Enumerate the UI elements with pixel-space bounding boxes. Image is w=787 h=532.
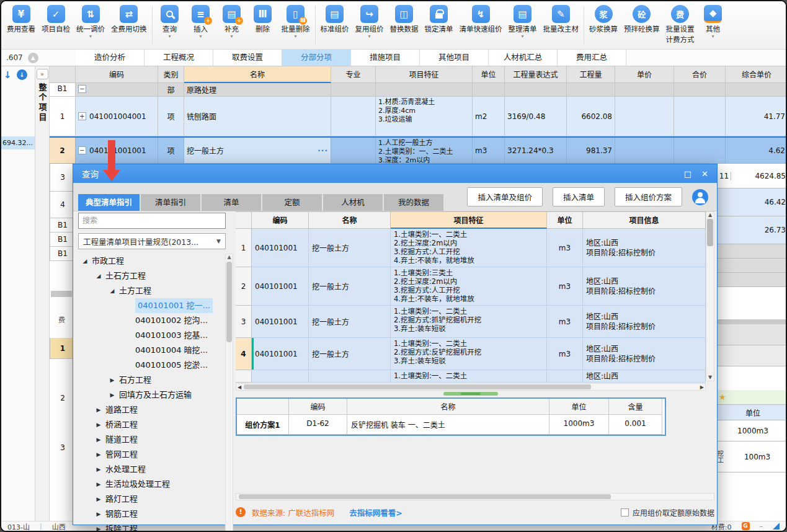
toolbar-organize-list[interactable]: ▤整理清单▾ <box>505 4 540 40</box>
horizontal-scrollbar[interactable] <box>718 319 787 324</box>
collapse-node-icon[interactable]: − <box>78 146 86 154</box>
query-row[interactable]: 2 040101001 挖一般土方 1.土壤类别:三类土2.挖土深度:2m以内3… <box>236 267 706 306</box>
toolbar-cost-view[interactable]: ¥费用查看 <box>4 4 38 40</box>
collapse-up-icon[interactable]: ▲ <box>28 53 38 63</box>
tree-scrollbar[interactable]: ▲▼ <box>225 254 233 532</box>
horizontal-scrollbar[interactable] <box>51 291 72 297</box>
user-avatar-icon[interactable] <box>692 189 708 205</box>
col-category[interactable]: 类别 <box>158 66 184 83</box>
tree-node[interactable]: 040101003 挖基... <box>78 328 233 343</box>
index-site-link[interactable]: 去指标网看看> <box>349 507 402 518</box>
toolbar-search[interactable]: 查询▾ <box>154 4 185 40</box>
toolbar-replace-data[interactable]: ◫替换数据 <box>387 4 422 40</box>
toolbar-unified-price[interactable]: ⇅统一调价▾ <box>73 4 108 40</box>
col-qty-expr[interactable]: 工程量表达式 <box>505 66 567 83</box>
tab-project-overview[interactable]: 工程概况 <box>145 50 213 66</box>
col-comp-price[interactable]: 综合单价 <box>726 66 787 83</box>
col-total-price[interactable]: 合价 <box>674 66 726 83</box>
col-code[interactable]: 编码 <box>76 66 158 83</box>
dropdown-arrow-icon[interactable]: ▾ <box>230 33 233 39</box>
toolbar-full-cost-switch[interactable]: ⇄全费用切换 <box>108 4 150 40</box>
qcol-unit[interactable]: 单位 <box>547 211 583 229</box>
query-table-vscrollbar[interactable]: ▲▼ <box>706 211 714 381</box>
expand-panel-button[interactable]: » <box>37 69 48 79</box>
insert-list-button[interactable]: 插入清单 <box>553 187 605 206</box>
tree-node[interactable]: ▶钢筋工程 <box>78 507 233 521</box>
col-major[interactable]: 专业 <box>331 66 376 83</box>
tree-node[interactable]: ▶水处理工程 <box>78 462 233 477</box>
col-name[interactable]: 名称 <box>184 66 331 83</box>
dropdown-arrow-icon[interactable]: ▾ <box>168 33 171 39</box>
toolbar-fee-mode[interactable]: 费批量设置计费方式 <box>663 4 698 45</box>
col-features[interactable]: 项目特征 <box>376 66 473 83</box>
tab-cost-analysis[interactable]: 造价分析 <box>76 50 145 66</box>
qcol-info[interactable]: 项目信息 <box>583 211 706 229</box>
toolbar-standard-pricing[interactable]: ▤标准组价 <box>318 4 352 40</box>
dropdown-arrow-icon[interactable]: ▾ <box>199 33 202 39</box>
tree-node[interactable]: ▶管网工程 <box>78 447 233 462</box>
search-input[interactable] <box>78 213 226 229</box>
toolbar-lock-list[interactable]: 锁定清单 <box>422 4 456 40</box>
dropdown-arrow-icon[interactable]: ▾ <box>294 33 296 39</box>
splitter-drag-handle[interactable] <box>236 392 706 396</box>
query-row[interactable]: 1 040101001 挖一般土方 1.土壤类别:一、二类土2.挖土深度:2m以… <box>236 229 706 267</box>
toolbar-batch-delete[interactable]: ▯Ⅲ批量删除▾ <box>278 4 313 40</box>
tab-labor-material[interactable]: 人材机 <box>323 194 383 211</box>
table-row[interactable]: 1 +041001004001 项 铣刨路面 1.材质:沥青混凝土2.厚度:4c… <box>50 97 787 136</box>
tab-list[interactable]: 清单 <box>202 194 261 211</box>
tree-node[interactable]: ▶桥涵工程 <box>78 417 233 432</box>
tab-typical-list-guide[interactable]: 典型清单指引 <box>78 194 140 211</box>
tab-cost-summary[interactable]: 费用汇总 <box>558 50 626 66</box>
toolbar-concrete-convert[interactable]: 砼预拌砼换算 <box>621 4 663 40</box>
query-row[interactable]: 3 040101001 挖一般土方 1.土壤类别:一、二类土2.挖掘方式:抓铲挖… <box>236 306 706 338</box>
tree-node-selected[interactable]: 040101001 挖一... <box>78 298 233 313</box>
tree-node[interactable]: 040101005 挖淤... <box>78 358 233 373</box>
scheme-row[interactable]: 组价方案1 D1-62 反铲挖掘机 装车 一、二类土 1000m3 0.001 <box>237 415 665 435</box>
toolbar-batch-edit-material[interactable]: ✎批量改主材 <box>540 4 582 40</box>
tree-node[interactable]: ◢土方工程 <box>78 283 233 298</box>
dropdown-arrow-icon[interactable]: ▾ <box>368 33 370 39</box>
toolbar-insert[interactable]: ≡+插入▾ <box>185 4 216 40</box>
tree-node[interactable]: ◢土石方工程 <box>78 268 233 283</box>
dropdown-arrow-icon[interactable]: ▾ <box>89 33 92 39</box>
dialog-titlebar[interactable]: 查询 □ ✕ <box>73 164 717 183</box>
download-icon[interactable]: ↓ <box>17 69 27 80</box>
expand-node-icon[interactable]: + <box>78 112 86 120</box>
tab-other-items[interactable]: 其他项目 <box>420 50 489 66</box>
toolbar-other[interactable]: ◆其他▾ <box>698 4 729 40</box>
collapse-node-icon[interactable]: − <box>78 85 86 93</box>
amount-list-item[interactable]: 694.32... <box>1 136 35 149</box>
tab-quota[interactable]: 定额 <box>262 194 322 211</box>
tree-node[interactable]: ▶道路工程 <box>78 402 233 417</box>
tree-node[interactable]: ▶石方工程 <box>78 373 233 388</box>
whole-project-label[interactable]: 整个项目 <box>37 83 48 123</box>
tree-node[interactable]: ▶路灯工程 <box>78 492 233 507</box>
toolbar-project-check[interactable]: ✓项目自检 <box>38 4 73 40</box>
toolbar-mortar-convert[interactable]: 浆砂浆换算 <box>586 4 621 40</box>
table-row[interactable]: B1 − 部 原路处理 <box>50 83 787 97</box>
tab-subsection-items[interactable]: 分部分项 <box>282 50 351 66</box>
tab-list-guide[interactable]: 清单指引 <box>141 194 200 211</box>
standard-select[interactable]: 工程量清单项目计量规范(2013... ▼ <box>78 233 226 249</box>
close-icon[interactable]: ✕ <box>701 169 708 179</box>
query-row-selected[interactable]: 4 040101001 挖一般土方 1.土壤类别:一、二类土2.挖掘方式:反铲挖… <box>236 338 706 370</box>
qcol-name[interactable]: 名称 <box>309 211 391 229</box>
col-qty[interactable]: 工程量 <box>567 66 615 83</box>
tab-my-data[interactable]: 我的数据 <box>384 194 443 211</box>
dropdown-arrow-icon[interactable]: ▾ <box>711 33 714 39</box>
insert-list-and-pricing-button[interactable]: 插入清单及组价 <box>467 187 543 206</box>
toolbar-delete[interactable]: Ⅲ删除 <box>247 4 278 40</box>
maximize-icon[interactable]: □ <box>684 169 691 179</box>
toolbar-reuse-pricing[interactable]: ↪复用组价▾ <box>352 4 387 40</box>
apply-original-quota-checkbox[interactable] <box>621 508 629 516</box>
down-arrow-icon[interactable]: ↓ <box>4 69 12 81</box>
tree-node[interactable]: ▶隧道工程 <box>78 432 233 447</box>
query-table-hscrollbar[interactable]: ◀ ▶ <box>236 383 706 391</box>
table-row-selected[interactable]: 2 −040101001001 项 挖一般土方··· 1.人工挖一般土方2.土壤… <box>50 136 787 165</box>
tree-node[interactable]: 040101004 暗挖... <box>78 343 233 358</box>
tree-node[interactable]: ▶生活垃圾处理工程 <box>78 477 233 492</box>
qcol-features[interactable]: 项目特征 <box>391 211 547 229</box>
insert-pricing-scheme-button[interactable]: 插入组价方案 <box>615 187 682 206</box>
col-unit[interactable]: 单位 <box>473 66 505 83</box>
tree-node[interactable]: 040101002 挖沟... <box>78 313 233 328</box>
